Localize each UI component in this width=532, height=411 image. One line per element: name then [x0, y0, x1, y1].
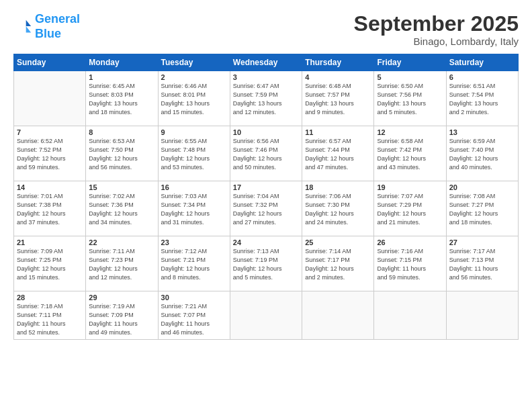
calendar-cell: 28Sunrise: 7:18 AMSunset: 7:11 PMDayligh… — [14, 291, 86, 340]
day-number: 7 — [17, 128, 83, 136]
calendar-cell: 5Sunrise: 6:50 AMSunset: 7:56 PMDaylight… — [374, 71, 446, 126]
day-number: 1 — [89, 73, 154, 81]
day-number: 18 — [305, 183, 371, 191]
calendar-cell: 26Sunrise: 7:16 AMSunset: 7:15 PMDayligh… — [374, 236, 446, 291]
calendar-cell: 17Sunrise: 7:04 AMSunset: 7:32 PMDayligh… — [230, 181, 302, 236]
calendar: SundayMondayTuesdayWednesdayThursdayFrid… — [13, 54, 519, 340]
calendar-cell: 20Sunrise: 7:08 AMSunset: 7:27 PMDayligh… — [446, 181, 518, 236]
day-info: Sunrise: 6:48 AMSunset: 7:57 PMDaylight:… — [305, 82, 371, 117]
calendar-cell: 19Sunrise: 7:07 AMSunset: 7:29 PMDayligh… — [374, 181, 446, 236]
day-number: 4 — [305, 73, 371, 81]
day-info: Sunrise: 6:53 AMSunset: 7:50 PMDaylight:… — [89, 137, 154, 172]
calendar-header-row: SundayMondayTuesdayWednesdayThursdayFrid… — [14, 54, 519, 71]
day-info: Sunrise: 6:55 AMSunset: 7:48 PMDaylight:… — [161, 137, 227, 172]
day-number: 23 — [161, 238, 227, 246]
calendar-cell: 14Sunrise: 7:01 AMSunset: 7:38 PMDayligh… — [14, 181, 86, 236]
calendar-cell: 24Sunrise: 7:13 AMSunset: 7:19 PMDayligh… — [230, 236, 302, 291]
day-info: Sunrise: 6:50 AMSunset: 7:56 PMDaylight:… — [377, 82, 443, 117]
calendar-cell — [446, 291, 518, 340]
calendar-header-tuesday: Tuesday — [158, 54, 230, 71]
day-number: 28 — [17, 293, 83, 302]
day-info: Sunrise: 7:02 AMSunset: 7:36 PMDaylight:… — [89, 192, 154, 227]
day-info: Sunrise: 7:18 AMSunset: 7:11 PMDaylight:… — [17, 302, 83, 337]
day-number: 16 — [161, 183, 227, 191]
day-info: Sunrise: 6:46 AMSunset: 8:01 PMDaylight:… — [161, 82, 227, 117]
day-number: 24 — [233, 238, 299, 246]
day-number: 5 — [377, 73, 443, 81]
logo-text: General Blue — [35, 12, 80, 41]
day-number: 11 — [305, 128, 371, 136]
location: Binago, Lombardy, Italy — [354, 36, 519, 47]
logo: General Blue — [13, 12, 80, 41]
calendar-cell: 3Sunrise: 6:47 AMSunset: 7:59 PMDaylight… — [230, 71, 302, 126]
day-info: Sunrise: 6:51 AMSunset: 7:54 PMDaylight:… — [449, 82, 515, 117]
day-number: 21 — [17, 238, 83, 246]
calendar-cell: 8Sunrise: 6:53 AMSunset: 7:50 PMDaylight… — [86, 126, 158, 181]
day-info: Sunrise: 6:59 AMSunset: 7:40 PMDaylight:… — [449, 137, 515, 172]
calendar-cell: 30Sunrise: 7:21 AMSunset: 7:07 PMDayligh… — [158, 291, 230, 340]
day-info: Sunrise: 7:04 AMSunset: 7:32 PMDaylight:… — [233, 192, 299, 227]
day-info: Sunrise: 6:52 AMSunset: 7:52 PMDaylight:… — [17, 137, 83, 172]
day-number: 14 — [17, 183, 83, 191]
day-info: Sunrise: 7:17 AMSunset: 7:13 PMDaylight:… — [449, 247, 515, 282]
day-number: 9 — [161, 128, 227, 136]
calendar-header-sunday: Sunday — [14, 54, 86, 71]
logo-line2: Blue — [35, 27, 61, 40]
calendar-header-thursday: Thursday — [302, 54, 374, 71]
logo-icon — [13, 17, 32, 36]
day-number: 3 — [233, 73, 299, 81]
calendar-cell: 10Sunrise: 6:56 AMSunset: 7:46 PMDayligh… — [230, 126, 302, 181]
day-info: Sunrise: 7:08 AMSunset: 7:27 PMDaylight:… — [449, 192, 515, 227]
day-number: 27 — [449, 238, 515, 246]
day-info: Sunrise: 7:12 AMSunset: 7:21 PMDaylight:… — [161, 247, 227, 282]
calendar-cell: 7Sunrise: 6:52 AMSunset: 7:52 PMDaylight… — [14, 126, 86, 181]
day-info: Sunrise: 7:19 AMSunset: 7:09 PMDaylight:… — [89, 302, 154, 337]
calendar-cell: 12Sunrise: 6:58 AMSunset: 7:42 PMDayligh… — [374, 126, 446, 181]
calendar-cell: 6Sunrise: 6:51 AMSunset: 7:54 PMDaylight… — [446, 71, 518, 126]
calendar-cell: 27Sunrise: 7:17 AMSunset: 7:13 PMDayligh… — [446, 236, 518, 291]
calendar-header-saturday: Saturday — [446, 54, 518, 71]
calendar-header-monday: Monday — [86, 54, 158, 71]
day-number: 30 — [161, 293, 227, 302]
day-info: Sunrise: 6:58 AMSunset: 7:42 PMDaylight:… — [377, 137, 443, 172]
calendar-cell: 15Sunrise: 7:02 AMSunset: 7:36 PMDayligh… — [86, 181, 158, 236]
calendar-cell — [14, 71, 86, 126]
calendar-cell: 16Sunrise: 7:03 AMSunset: 7:34 PMDayligh… — [158, 181, 230, 236]
title-block: September 2025 Binago, Lombardy, Italy — [354, 12, 519, 47]
logo-line1: General — [35, 12, 80, 26]
day-number: 6 — [449, 73, 515, 81]
calendar-header-wednesday: Wednesday — [230, 54, 302, 71]
calendar-header-friday: Friday — [374, 54, 446, 71]
day-info: Sunrise: 7:11 AMSunset: 7:23 PMDaylight:… — [89, 247, 154, 282]
calendar-cell — [302, 291, 374, 340]
day-number: 17 — [233, 183, 299, 191]
day-info: Sunrise: 7:06 AMSunset: 7:30 PMDaylight:… — [305, 192, 371, 227]
day-info: Sunrise: 7:03 AMSunset: 7:34 PMDaylight:… — [161, 192, 227, 227]
day-info: Sunrise: 6:56 AMSunset: 7:46 PMDaylight:… — [233, 137, 299, 172]
day-number: 22 — [89, 238, 154, 246]
calendar-cell: 18Sunrise: 7:06 AMSunset: 7:30 PMDayligh… — [302, 181, 374, 236]
day-info: Sunrise: 7:16 AMSunset: 7:15 PMDaylight:… — [377, 247, 443, 282]
day-number: 29 — [89, 293, 154, 302]
day-number: 13 — [449, 128, 515, 136]
day-number: 15 — [89, 183, 154, 191]
day-number: 2 — [161, 73, 227, 81]
day-info: Sunrise: 7:14 AMSunset: 7:17 PMDaylight:… — [305, 247, 371, 282]
calendar-cell: 4Sunrise: 6:48 AMSunset: 7:57 PMDaylight… — [302, 71, 374, 126]
calendar-cell: 11Sunrise: 6:57 AMSunset: 7:44 PMDayligh… — [302, 126, 374, 181]
day-number: 8 — [89, 128, 154, 136]
day-info: Sunrise: 7:01 AMSunset: 7:38 PMDaylight:… — [17, 192, 83, 227]
calendar-cell: 9Sunrise: 6:55 AMSunset: 7:48 PMDaylight… — [158, 126, 230, 181]
day-info: Sunrise: 6:57 AMSunset: 7:44 PMDaylight:… — [305, 137, 371, 172]
calendar-cell: 13Sunrise: 6:59 AMSunset: 7:40 PMDayligh… — [446, 126, 518, 181]
day-info: Sunrise: 6:45 AMSunset: 8:03 PMDaylight:… — [89, 82, 154, 117]
day-number: 25 — [305, 238, 371, 246]
day-number: 12 — [377, 128, 443, 136]
calendar-cell: 23Sunrise: 7:12 AMSunset: 7:21 PMDayligh… — [158, 236, 230, 291]
day-info: Sunrise: 7:09 AMSunset: 7:25 PMDaylight:… — [17, 247, 83, 282]
svg-marker-0 — [26, 19, 31, 26]
header: General Blue September 2025 Binago, Lomb… — [13, 12, 519, 47]
calendar-cell: 25Sunrise: 7:14 AMSunset: 7:17 PMDayligh… — [302, 236, 374, 291]
day-number: 19 — [377, 183, 443, 191]
calendar-cell — [230, 291, 302, 340]
